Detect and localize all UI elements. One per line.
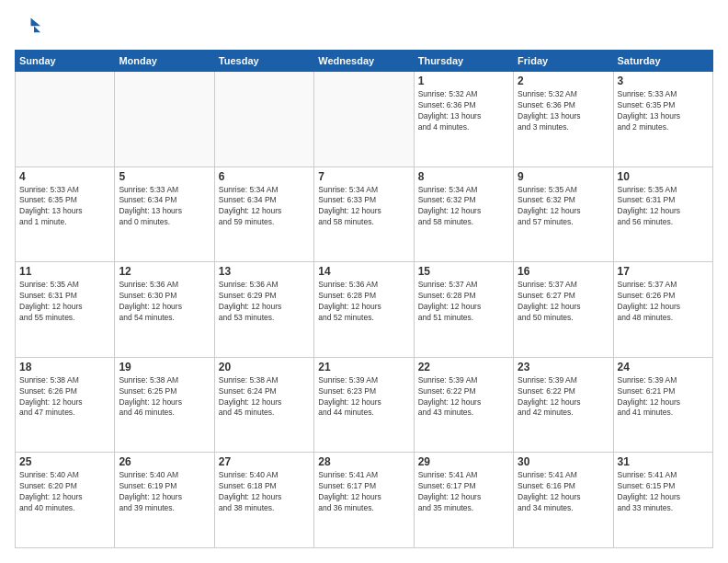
day-info: Sunrise: 5:40 AM Sunset: 6:19 PM Dayligh…: [119, 470, 210, 514]
calendar-week-row: 25Sunrise: 5:40 AM Sunset: 6:20 PM Dayli…: [16, 453, 713, 548]
calendar-cell: [115, 72, 214, 167]
day-info: Sunrise: 5:32 AM Sunset: 6:36 PM Dayligh…: [418, 89, 509, 133]
calendar-cell: 15Sunrise: 5:37 AM Sunset: 6:28 PM Dayli…: [414, 262, 513, 358]
day-number: 22: [418, 361, 509, 373]
calendar-header-row: SundayMondayTuesdayWednesdayThursdayFrid…: [16, 51, 713, 72]
calendar-week-row: 1Sunrise: 5:32 AM Sunset: 6:36 PM Daylig…: [16, 72, 713, 167]
day-info: Sunrise: 5:37 AM Sunset: 6:26 PM Dayligh…: [618, 280, 709, 324]
logo-icon: [15, 15, 40, 40]
calendar-cell: 21Sunrise: 5:39 AM Sunset: 6:23 PM Dayli…: [314, 357, 414, 453]
day-number: 1: [418, 75, 509, 87]
calendar-cell: 14Sunrise: 5:36 AM Sunset: 6:28 PM Dayli…: [314, 262, 414, 358]
day-info: Sunrise: 5:39 AM Sunset: 6:22 PM Dayligh…: [418, 375, 509, 419]
day-info: Sunrise: 5:34 AM Sunset: 6:32 PM Dayligh…: [418, 185, 509, 229]
day-info: Sunrise: 5:39 AM Sunset: 6:22 PM Dayligh…: [518, 375, 609, 419]
calendar-cell: 17Sunrise: 5:37 AM Sunset: 6:26 PM Dayli…: [613, 262, 712, 358]
calendar-week-row: 18Sunrise: 5:38 AM Sunset: 6:26 PM Dayli…: [16, 357, 713, 453]
day-number: 16: [518, 265, 609, 278]
calendar-week-row: 4Sunrise: 5:33 AM Sunset: 6:35 PM Daylig…: [16, 167, 713, 262]
calendar-cell: 31Sunrise: 5:41 AM Sunset: 6:15 PM Dayli…: [613, 453, 712, 548]
day-number: 6: [219, 170, 310, 183]
calendar-cell: 30Sunrise: 5:41 AM Sunset: 6:16 PM Dayli…: [514, 453, 613, 548]
calendar-cell: 6Sunrise: 5:34 AM Sunset: 6:34 PM Daylig…: [214, 167, 313, 262]
day-info: Sunrise: 5:36 AM Sunset: 6:30 PM Dayligh…: [119, 280, 210, 324]
calendar-header-friday: Friday: [514, 51, 613, 72]
calendar-cell: 13Sunrise: 5:36 AM Sunset: 6:29 PM Dayli…: [214, 262, 313, 358]
logo: [15, 15, 44, 40]
calendar-cell: 10Sunrise: 5:35 AM Sunset: 6:31 PM Dayli…: [613, 167, 712, 262]
calendar-cell: 11Sunrise: 5:35 AM Sunset: 6:31 PM Dayli…: [16, 262, 115, 358]
day-info: Sunrise: 5:35 AM Sunset: 6:32 PM Dayligh…: [518, 185, 609, 229]
calendar-cell: 3Sunrise: 5:33 AM Sunset: 6:35 PM Daylig…: [613, 72, 712, 167]
svg-marker-0: [31, 18, 41, 27]
day-info: Sunrise: 5:34 AM Sunset: 6:34 PM Dayligh…: [219, 185, 310, 229]
day-number: 8: [418, 170, 509, 183]
calendar-header-tuesday: Tuesday: [214, 51, 313, 72]
day-number: 19: [119, 361, 210, 373]
calendar-cell: 7Sunrise: 5:34 AM Sunset: 6:33 PM Daylig…: [314, 167, 414, 262]
day-info: Sunrise: 5:36 AM Sunset: 6:29 PM Dayligh…: [219, 280, 310, 324]
calendar-cell: 18Sunrise: 5:38 AM Sunset: 6:26 PM Dayli…: [16, 357, 115, 453]
calendar-cell: 1Sunrise: 5:32 AM Sunset: 6:36 PM Daylig…: [414, 72, 513, 167]
calendar-cell: 29Sunrise: 5:41 AM Sunset: 6:17 PM Dayli…: [414, 453, 513, 548]
day-info: Sunrise: 5:33 AM Sunset: 6:34 PM Dayligh…: [119, 185, 210, 229]
day-info: Sunrise: 5:35 AM Sunset: 6:31 PM Dayligh…: [19, 280, 110, 324]
day-number: 13: [219, 265, 310, 278]
calendar-header-sunday: Sunday: [16, 51, 115, 72]
day-number: 30: [518, 455, 609, 468]
day-number: 2: [518, 75, 609, 87]
day-number: 7: [318, 170, 409, 183]
calendar-cell: 23Sunrise: 5:39 AM Sunset: 6:22 PM Dayli…: [514, 357, 613, 453]
calendar-cell: 4Sunrise: 5:33 AM Sunset: 6:35 PM Daylig…: [16, 167, 115, 262]
day-number: 29: [418, 455, 509, 468]
calendar-cell: 25Sunrise: 5:40 AM Sunset: 6:20 PM Dayli…: [16, 453, 115, 548]
day-info: Sunrise: 5:41 AM Sunset: 6:17 PM Dayligh…: [318, 470, 409, 514]
day-number: 5: [119, 170, 210, 183]
calendar-cell: [314, 72, 414, 167]
day-number: 17: [618, 265, 709, 278]
calendar-cell: 22Sunrise: 5:39 AM Sunset: 6:22 PM Dayli…: [414, 357, 513, 453]
day-number: 21: [318, 361, 409, 373]
day-number: 14: [318, 265, 409, 278]
day-number: 11: [19, 265, 110, 278]
calendar-cell: 24Sunrise: 5:39 AM Sunset: 6:21 PM Dayli…: [613, 357, 712, 453]
calendar-cell: [214, 72, 313, 167]
calendar-cell: 27Sunrise: 5:40 AM Sunset: 6:18 PM Dayli…: [214, 453, 313, 548]
day-number: 31: [618, 455, 709, 468]
day-info: Sunrise: 5:41 AM Sunset: 6:16 PM Dayligh…: [518, 470, 609, 514]
calendar-cell: 28Sunrise: 5:41 AM Sunset: 6:17 PM Dayli…: [314, 453, 414, 548]
day-number: 12: [119, 265, 210, 278]
calendar-cell: 19Sunrise: 5:38 AM Sunset: 6:25 PM Dayli…: [115, 357, 214, 453]
day-info: Sunrise: 5:40 AM Sunset: 6:18 PM Dayligh…: [219, 470, 310, 514]
day-info: Sunrise: 5:37 AM Sunset: 6:27 PM Dayligh…: [518, 280, 609, 324]
day-info: Sunrise: 5:41 AM Sunset: 6:15 PM Dayligh…: [618, 470, 709, 514]
calendar-cell: 12Sunrise: 5:36 AM Sunset: 6:30 PM Dayli…: [115, 262, 214, 358]
day-info: Sunrise: 5:34 AM Sunset: 6:33 PM Dayligh…: [318, 185, 409, 229]
day-info: Sunrise: 5:33 AM Sunset: 6:35 PM Dayligh…: [618, 89, 709, 133]
day-number: 28: [318, 455, 409, 468]
day-info: Sunrise: 5:40 AM Sunset: 6:20 PM Dayligh…: [19, 470, 110, 514]
day-number: 24: [618, 361, 709, 373]
day-info: Sunrise: 5:33 AM Sunset: 6:35 PM Dayligh…: [19, 185, 110, 229]
page: SundayMondayTuesdayWednesdayThursdayFrid…: [0, 0, 728, 563]
day-number: 20: [219, 361, 310, 373]
calendar-cell: 8Sunrise: 5:34 AM Sunset: 6:32 PM Daylig…: [414, 167, 513, 262]
calendar-cell: 9Sunrise: 5:35 AM Sunset: 6:32 PM Daylig…: [514, 167, 613, 262]
day-info: Sunrise: 5:32 AM Sunset: 6:36 PM Dayligh…: [518, 89, 609, 133]
day-number: 9: [518, 170, 609, 183]
day-info: Sunrise: 5:37 AM Sunset: 6:28 PM Dayligh…: [418, 280, 509, 324]
calendar-cell: 20Sunrise: 5:38 AM Sunset: 6:24 PM Dayli…: [214, 357, 313, 453]
calendar-header-saturday: Saturday: [613, 51, 712, 72]
calendar-header-monday: Monday: [115, 51, 214, 72]
day-number: 4: [19, 170, 110, 183]
day-number: 23: [518, 361, 609, 373]
calendar-cell: 5Sunrise: 5:33 AM Sunset: 6:34 PM Daylig…: [115, 167, 214, 262]
day-number: 27: [219, 455, 310, 468]
day-info: Sunrise: 5:39 AM Sunset: 6:21 PM Dayligh…: [618, 375, 709, 419]
calendar-cell: [16, 72, 115, 167]
day-number: 15: [418, 265, 509, 278]
day-number: 26: [119, 455, 210, 468]
calendar-week-row: 11Sunrise: 5:35 AM Sunset: 6:31 PM Dayli…: [16, 262, 713, 358]
calendar-cell: 26Sunrise: 5:40 AM Sunset: 6:19 PM Dayli…: [115, 453, 214, 548]
day-info: Sunrise: 5:36 AM Sunset: 6:28 PM Dayligh…: [318, 280, 409, 324]
